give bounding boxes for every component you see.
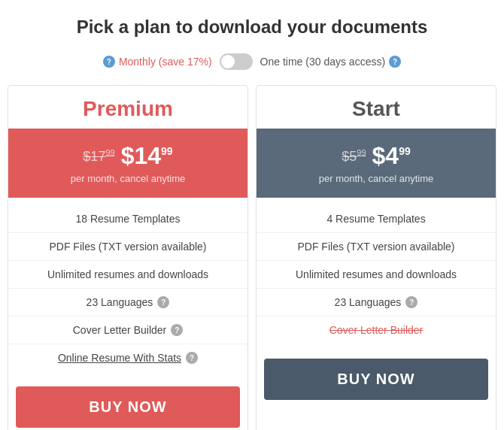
plan-name-start: Start [257, 86, 496, 129]
feature-help-icon-start-3[interactable]: ? [405, 296, 417, 308]
feature-item-premium-1: PDF Files (TXT version available) [8, 233, 247, 261]
new-price-start: $499 [372, 142, 411, 170]
feature-item-start-1: PDF Files (TXT version available) [257, 233, 496, 261]
feature-text-start-0: 4 Resume Templates [326, 213, 425, 225]
price-sub-start: per month, cancel anytime [264, 173, 488, 184]
feature-item-premium-3: 23 Languages? [8, 289, 247, 316]
feature-text-start-1: PDF Files (TXT version available) [297, 241, 454, 253]
price-sub-premium: per month, cancel anytime [16, 173, 240, 184]
feature-item-start-2: Unlimited resumes and downloads [257, 261, 496, 289]
plan-card-premium: Premium$1799$1499per month, cancel anyti… [8, 85, 248, 430]
old-price-premium: $1799 [83, 148, 114, 165]
plans-container: Premium$1799$1499per month, cancel anyti… [8, 85, 496, 430]
feature-text-premium-4: Cover Letter Builder [73, 324, 167, 336]
billing-toggle-row: ? Monthly (save 17%) One time (30 days a… [103, 53, 401, 70]
buy-button-start[interactable]: BUY NOW [264, 359, 488, 400]
feature-text-premium-2: Unlimited resumes and downloads [47, 268, 208, 280]
page-title: Pick a plan to download your documents [77, 15, 428, 38]
feature-help-icon-premium-5[interactable]: ? [186, 352, 198, 364]
feature-text-premium-1: PDF Files (TXT version available) [49, 241, 206, 253]
old-price-start: $599 [342, 148, 366, 165]
plan-card-start: Start$599$499per month, cancel anytime4 … [256, 85, 496, 430]
feature-item-premium-2: Unlimited resumes and downloads [8, 261, 247, 289]
feature-item-premium-5: Online Resume With Stats? [8, 344, 247, 371]
monthly-help-icon[interactable]: ? [103, 56, 115, 68]
feature-item-premium-0: 18 Resume Templates [8, 205, 247, 233]
feature-item-premium-4: Cover Letter Builder? [8, 316, 247, 344]
feature-text-start-2: Unlimited resumes and downloads [296, 268, 457, 280]
plan-name-premium: Premium [8, 86, 247, 129]
price-main-premium: $1799$1499 [16, 142, 240, 170]
price-main-start: $599$499 [264, 142, 488, 170]
feature-item-start-0: 4 Resume Templates [257, 205, 496, 233]
price-box-start: $599$499per month, cancel anytime [257, 129, 496, 198]
feature-item-start-3: 23 Languages? [257, 289, 496, 316]
features-list-premium: 18 Resume TemplatesPDF Files (TXT versio… [8, 198, 247, 379]
feature-link-premium-5[interactable]: Online Resume With Stats [58, 352, 181, 364]
feature-help-icon-premium-3[interactable]: ? [157, 296, 169, 308]
feature-text-start-4: Cover Letter Builder [329, 324, 424, 336]
feature-text-premium-3: 23 Languages [87, 296, 153, 308]
feature-item-start-4: Cover Letter Builder [257, 316, 496, 344]
buy-button-premium[interactable]: BUY NOW [16, 386, 240, 428]
price-box-premium: $1799$1499per month, cancel anytime [8, 129, 247, 198]
new-price-premium: $1499 [121, 142, 173, 170]
billing-toggle-switch[interactable] [220, 53, 253, 70]
onetime-help-icon[interactable]: ? [389, 56, 401, 68]
monthly-label[interactable]: ? Monthly (save 17%) [103, 56, 212, 68]
features-list-start: 4 Resume TemplatesPDF Files (TXT version… [257, 198, 496, 351]
onetime-label: One time (30 days access) ? [260, 56, 402, 68]
feature-text-start-3: 23 Languages [335, 296, 402, 308]
feature-text-premium-0: 18 Resume Templates [75, 213, 180, 225]
feature-help-icon-premium-4[interactable]: ? [171, 324, 183, 336]
